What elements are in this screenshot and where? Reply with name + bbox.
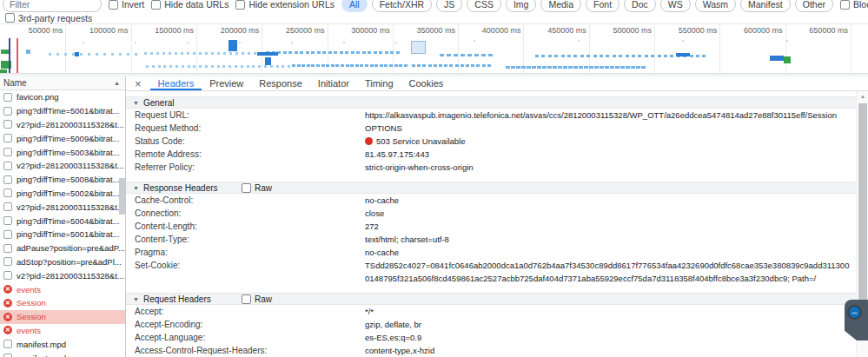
waterfall-mark xyxy=(506,66,510,69)
request-row[interactable]: manifest.mpd xyxy=(0,337,125,351)
tab-initiator[interactable]: Initiator xyxy=(310,76,357,90)
filter-pill-wasm[interactable]: Wasm xyxy=(695,0,736,12)
checkbox-blocked-response-cookies[interactable]: Blocked response cookies xyxy=(840,0,868,10)
request-row[interactable]: ping?diffTime=5001&bitrat... xyxy=(0,104,125,118)
network-overview-timeline[interactable]: 50000 ms100000 ms150000 ms200000 ms25000… xyxy=(0,24,868,73)
tab-cookies[interactable]: Cookies xyxy=(401,76,452,90)
request-checkbox[interactable] xyxy=(3,340,12,348)
waterfall-mark xyxy=(636,66,640,69)
request-checkbox[interactable] xyxy=(3,271,12,280)
waterfall-mark xyxy=(96,53,98,56)
raw-toggle[interactable]: Raw xyxy=(242,183,272,193)
request-row[interactable]: v2?pid=28120003115328&t... xyxy=(0,118,125,132)
request-row[interactable]: v2?pid=28120003115328&t... xyxy=(0,200,125,214)
filter-pill-media[interactable]: Media xyxy=(540,0,581,12)
close-icon[interactable]: × xyxy=(135,78,142,89)
request-name: ping?diffTime=5009&bitrat... xyxy=(17,134,120,143)
request-checkbox[interactable] xyxy=(3,162,12,170)
request-row[interactable]: ✕Session xyxy=(0,296,125,310)
request-checkbox[interactable] xyxy=(3,216,12,225)
tab-headers[interactable]: Headers xyxy=(150,76,202,90)
request-checkbox[interactable] xyxy=(3,107,12,116)
filter-pill-font[interactable]: Font xyxy=(586,0,620,12)
request-name: ping?diffTime=5001&bitrat... xyxy=(17,229,120,239)
request-name: v2?pid=28120003115328&t... xyxy=(17,271,124,281)
waterfall-mark xyxy=(584,66,588,69)
section-header-request-headers[interactable]: ▼Request HeadersRaw xyxy=(126,293,856,305)
waterfall-mark xyxy=(288,65,290,68)
request-row[interactable]: ping?diffTime=5009&bitrat... xyxy=(0,131,125,145)
request-row[interactable]: ping?diffTime=5008&bitrat... xyxy=(0,173,125,187)
header-key: Connection: xyxy=(135,207,365,220)
filter-input[interactable] xyxy=(3,0,102,12)
tab-timing[interactable]: Timing xyxy=(357,76,401,90)
header-value: 81.45.97.175:443 xyxy=(365,148,429,161)
request-checkbox[interactable] xyxy=(3,202,12,211)
checkbox-hide-data-urls[interactable]: Hide data URLs xyxy=(151,0,229,10)
waterfall-mark xyxy=(690,55,693,57)
request-row[interactable]: adPause?position=pre&adP... xyxy=(0,241,125,255)
filter-pill-all[interactable]: All xyxy=(341,0,368,12)
tab-response[interactable]: Response xyxy=(251,76,310,90)
request-row[interactable]: ping?diffTime=5004&bitrat... xyxy=(0,214,125,228)
waterfall-mark xyxy=(586,55,590,57)
waterfall-mark xyxy=(439,64,442,67)
waterfall-mark xyxy=(75,52,79,56)
request-row[interactable]: adStop?position=pre&adPl... xyxy=(0,255,125,269)
request-checkbox[interactable] xyxy=(3,175,12,184)
request-row[interactable]: favicon.png xyxy=(0,90,125,104)
overview-gridline xyxy=(851,24,851,73)
request-row[interactable]: ping?diffTime=5001&bitrat... xyxy=(0,228,125,241)
waterfall-mark xyxy=(350,64,354,67)
request-checkbox[interactable] xyxy=(3,257,12,266)
header-key: Pragma: xyxy=(135,246,365,259)
request-row[interactable]: ✕Session xyxy=(0,310,125,324)
filter-pill-manifest[interactable]: Manifest xyxy=(740,0,791,12)
header-row: Content-Type:text/html; charset=utf-8 xyxy=(126,233,856,246)
section-title: Request Headers xyxy=(143,294,211,304)
header-row: Set-Cookie:TSdd2852c4027=0841fc0646ab200… xyxy=(126,259,856,285)
waterfall-mark xyxy=(589,66,593,69)
filter-pill-img[interactable]: Img xyxy=(506,0,537,12)
headers-content: ▼GeneralRequest URL:https://alkasvaspub.… xyxy=(126,91,856,357)
checkbox-label: Blocked response cookies xyxy=(853,0,868,10)
request-checkbox[interactable] xyxy=(3,148,12,156)
request-row[interactable]: v2?pid=28120003115328&t... xyxy=(0,159,125,173)
section-header-response-headers[interactable]: ▼Response HeadersRaw xyxy=(126,182,856,194)
waterfall-mark xyxy=(163,65,166,68)
checkbox-hide-extension-urls[interactable]: Hide extension URLs xyxy=(235,0,335,10)
request-name: Session xyxy=(17,298,46,307)
request-checkbox[interactable] xyxy=(3,188,12,197)
waterfall-mark xyxy=(341,64,344,67)
filter-pill-js[interactable]: JS xyxy=(436,0,462,12)
filter-pill-ws[interactable]: WS xyxy=(660,0,691,12)
filter-pill-doc[interactable]: Doc xyxy=(624,0,656,12)
request-row[interactable]: ✕events xyxy=(0,324,125,338)
request-list-header[interactable]: Name ▲ xyxy=(0,76,125,90)
request-row[interactable]: v2?pid=28120003115328&t... xyxy=(0,268,125,282)
waterfall-mark xyxy=(370,64,374,67)
raw-toggle[interactable]: Raw xyxy=(242,294,272,304)
checkbox-invert[interactable]: Invert xyxy=(109,0,144,10)
request-checkbox[interactable] xyxy=(3,120,12,129)
waterfall-mark xyxy=(454,54,458,56)
filter-pill-other[interactable]: Other xyxy=(795,0,833,12)
filter-pill-fetch-xhr[interactable]: Fetch/XHR xyxy=(372,0,432,12)
request-checkbox[interactable] xyxy=(3,134,12,142)
scrollbar-up-icon[interactable]: ▲ xyxy=(857,94,868,99)
request-list-scrollbar-thumb[interactable] xyxy=(119,178,125,215)
request-checkbox[interactable] xyxy=(3,230,12,239)
request-checkbox[interactable] xyxy=(3,244,12,253)
request-row[interactable]: ✕events xyxy=(0,282,125,296)
filter-pill-css[interactable]: CSS xyxy=(467,0,501,12)
request-row[interactable]: ping?diffTime=5003&bitrat... xyxy=(0,145,125,159)
details-tab-bar: × HeadersPreviewResponseInitiatorTimingC… xyxy=(126,76,868,91)
checkbox-3rd-party-requests[interactable]: 3rd-party requests xyxy=(5,13,92,23)
request-row[interactable]: manifest.mpd xyxy=(0,351,125,357)
section-header-general[interactable]: ▼General xyxy=(126,96,856,109)
request-row[interactable]: ping?diffTime=5002&bitrat... xyxy=(0,187,125,201)
waterfall-mark xyxy=(541,55,545,57)
request-checkbox[interactable] xyxy=(3,354,12,357)
tab-preview[interactable]: Preview xyxy=(202,76,251,90)
request-checkbox[interactable] xyxy=(3,93,12,102)
